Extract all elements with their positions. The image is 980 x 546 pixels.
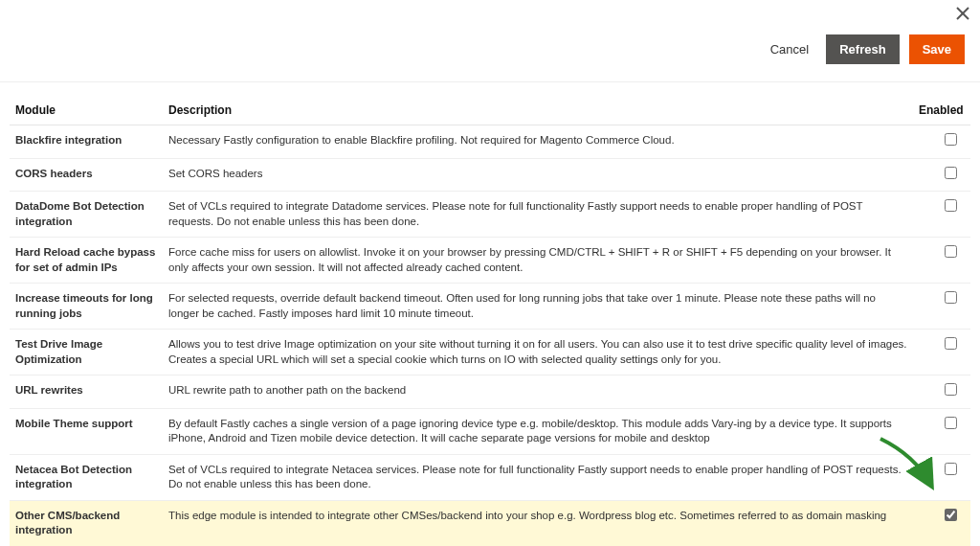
module-description: By default Fastly caches a single versio…	[163, 408, 913, 454]
close-icon[interactable]	[955, 6, 970, 21]
enabled-checkbox[interactable]	[945, 417, 957, 429]
module-enabled-cell	[913, 192, 970, 238]
module-description: For selected requests, override default …	[163, 284, 913, 330]
enabled-checkbox[interactable]	[945, 245, 957, 258]
table-row: CORS headersSet CORS headers	[10, 158, 970, 192]
module-name: Hard Reload cache bypass for set of admi…	[10, 238, 163, 284]
module-description: Set of VCLs required to integrate Netace…	[163, 454, 913, 500]
module-name: URL rewrites	[10, 375, 163, 409]
enabled-checkbox[interactable]	[945, 133, 957, 146]
header-module: Module	[10, 96, 163, 125]
modules-table-wrap: Module Description Enabled Blackfire int…	[0, 82, 980, 546]
module-enabled-cell	[913, 500, 970, 546]
enabled-checkbox[interactable]	[945, 509, 957, 521]
enabled-checkbox[interactable]	[945, 199, 957, 212]
module-name: Increase timeouts for long running jobs	[10, 284, 163, 330]
table-row: Other CMS/backend integrationThis edge m…	[10, 500, 970, 546]
table-row: Hard Reload cache bypass for set of admi…	[10, 238, 970, 284]
module-name: Netacea Bot Detection integration	[10, 454, 163, 500]
save-button[interactable]: Save	[909, 34, 965, 64]
module-enabled-cell	[913, 158, 970, 192]
module-name: Mobile Theme support	[10, 408, 163, 454]
enabled-checkbox[interactable]	[945, 167, 957, 179]
table-row: Test Drive Image OptimizationAllows you …	[10, 330, 970, 375]
enabled-checkbox[interactable]	[945, 337, 957, 350]
module-description: This edge module is intended to integrat…	[163, 500, 913, 546]
module-enabled-cell	[913, 330, 970, 375]
table-row: Netacea Bot Detection integrationSet of …	[10, 454, 970, 500]
module-description: Allows you to test drive Image optimizat…	[163, 330, 913, 375]
enabled-checkbox[interactable]	[945, 383, 957, 396]
module-description: Set CORS headers	[163, 158, 913, 192]
enabled-checkbox[interactable]	[945, 463, 957, 475]
table-row: URL rewritesURL rewrite path to another …	[10, 375, 970, 409]
table-row: Increase timeouts for long running jobsF…	[10, 284, 970, 330]
module-enabled-cell	[913, 284, 970, 330]
module-enabled-cell	[913, 454, 970, 500]
module-enabled-cell	[913, 238, 970, 284]
module-enabled-cell	[913, 125, 970, 159]
module-name: DataDome Bot Detection integration	[10, 192, 163, 238]
enabled-checkbox[interactable]	[945, 291, 957, 304]
module-description: Force cache miss for users on allowlist.…	[163, 238, 913, 284]
module-enabled-cell	[913, 375, 970, 409]
header-enabled: Enabled	[913, 96, 970, 125]
module-description: Necessary Fastly configuration to enable…	[163, 125, 913, 159]
table-row: Mobile Theme supportBy default Fastly ca…	[10, 408, 970, 454]
cancel-button[interactable]: Cancel	[763, 36, 816, 62]
module-description: URL rewrite path to another path on the …	[163, 375, 913, 409]
module-name: Test Drive Image Optimization	[10, 330, 163, 375]
header-description: Description	[163, 96, 913, 125]
module-enabled-cell	[913, 408, 970, 454]
modules-table: Module Description Enabled Blackfire int…	[10, 96, 970, 546]
refresh-button[interactable]: Refresh	[826, 34, 899, 64]
module-name: CORS headers	[10, 158, 163, 192]
module-name: Other CMS/backend integration	[10, 500, 163, 546]
action-bar: Cancel Refresh Save	[0, 25, 980, 82]
module-description: Set of VCLs required to integrate Datado…	[163, 192, 913, 238]
table-row: DataDome Bot Detection integrationSet of…	[10, 192, 970, 238]
table-row: Blackfire integrationNecessary Fastly co…	[10, 125, 970, 159]
module-name: Blackfire integration	[10, 125, 163, 159]
